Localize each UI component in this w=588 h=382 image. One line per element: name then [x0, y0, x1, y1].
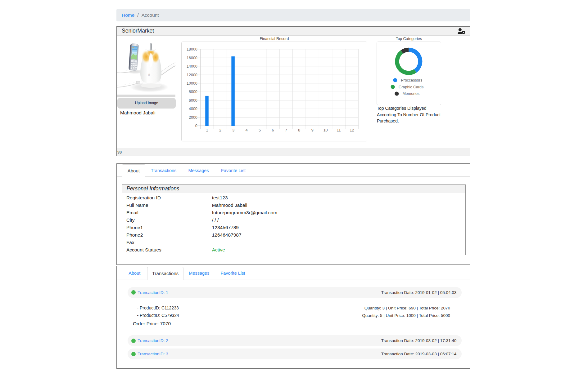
svg-text:2: 2: [219, 128, 221, 132]
svg-text:12000: 12000: [187, 73, 197, 77]
svg-text:5: 5: [259, 128, 261, 132]
svg-text:10000: 10000: [187, 81, 197, 86]
svg-text:18000: 18000: [187, 47, 197, 51]
svg-text:1: 1: [206, 128, 208, 132]
svg-text:Memories: Memories: [403, 91, 420, 96]
svg-text:Proccessors: Proccessors: [401, 78, 423, 82]
svg-text:14000: 14000: [187, 64, 197, 69]
svg-text:<c: <c: [147, 73, 151, 77]
svg-text:11: 11: [337, 128, 341, 132]
svg-text:10: 10: [323, 128, 328, 132]
svg-text:2000: 2000: [189, 115, 197, 120]
svg-text:4000: 4000: [189, 107, 197, 111]
svg-text:8: 8: [298, 128, 300, 132]
svg-text:Graphic Cards: Graphic Cards: [399, 85, 424, 89]
svg-text:7: 7: [285, 128, 287, 132]
svg-text:8000: 8000: [189, 90, 197, 94]
svg-text:9: 9: [311, 128, 314, 132]
svg-text:12: 12: [350, 128, 354, 132]
svg-text:4: 4: [246, 128, 248, 132]
svg-text:6: 6: [272, 128, 274, 132]
svg-text:0: 0: [195, 124, 197, 128]
svg-text:3: 3: [232, 128, 234, 132]
svg-text:16000: 16000: [187, 56, 197, 60]
svg-text:6000: 6000: [189, 98, 197, 103]
